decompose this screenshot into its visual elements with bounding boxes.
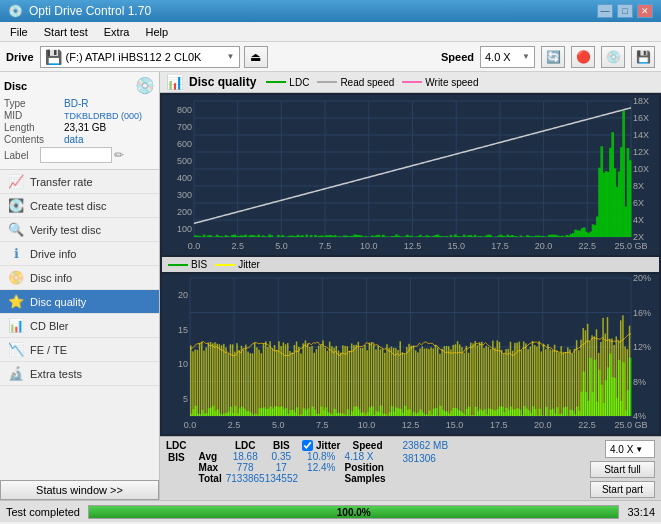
- status-text: Test completed: [6, 506, 80, 518]
- chart-title: Disc quality: [189, 75, 256, 89]
- read-speed-legend-dot: [317, 81, 337, 83]
- elapsed-time: 33:14: [627, 506, 655, 518]
- drive-dropdown[interactable]: 💾 (F:) ATAPI iHBS112 2 CL0K ▼: [40, 46, 240, 68]
- transfer-rate-label: Transfer rate: [30, 176, 93, 188]
- read-speed-legend-label: Read speed: [340, 77, 394, 88]
- label-input[interactable]: [40, 147, 112, 163]
- app-title: Opti Drive Control 1.70: [29, 4, 151, 18]
- label-label: Label: [4, 150, 40, 161]
- stats-bar: LDC BIS LDC BIS Jitter Speed: [160, 436, 661, 500]
- stats-speed-val: 4.0 X: [610, 444, 633, 455]
- disc-panel-title: Disc: [4, 80, 27, 92]
- stats-speed-dropdown[interactable]: 4.0 X ▼: [605, 440, 655, 458]
- stats-speed-arrow: ▼: [635, 445, 643, 454]
- jitter-max: 12.4%: [298, 462, 344, 473]
- ldc-col-header: LDC: [226, 440, 265, 451]
- sidebar-item-extra-tests[interactable]: 🔬 Extra tests: [0, 362, 159, 386]
- sidebar-item-drive-info[interactable]: ℹ Drive info: [0, 242, 159, 266]
- sidebar-item-disc-quality[interactable]: ⭐ Disc quality: [0, 290, 159, 314]
- max-row-label: Max: [195, 462, 226, 473]
- sidebar-item-verify-test-disc[interactable]: 🔍 Verify test disc: [0, 218, 159, 242]
- menu-file[interactable]: File: [4, 25, 34, 39]
- speed-dropdown[interactable]: 4.0 X ▼: [480, 46, 535, 68]
- top-chart: [162, 95, 659, 255]
- ldc-max: 778: [226, 462, 265, 473]
- jitter-checkbox[interactable]: [302, 440, 313, 451]
- fe-te-label: FE / TE: [30, 344, 67, 356]
- menu-help[interactable]: Help: [139, 25, 174, 39]
- stats-table: LDC BIS Jitter Speed Avg 18.68 0.35 10.8…: [195, 440, 391, 484]
- bis-avg: 0.35: [265, 451, 298, 462]
- jitter-legend-dot: [215, 264, 235, 266]
- chart-header-icon: 📊: [166, 74, 183, 90]
- ldc-total: 7133865: [226, 473, 265, 484]
- bis-header: BIS: [166, 452, 187, 463]
- speed-value: 4.0 X: [485, 51, 511, 63]
- extra-tests-icon: 🔬: [8, 366, 24, 381]
- contents-value: data: [64, 134, 83, 145]
- bottom-chart-canvas: [162, 274, 659, 434]
- progress-bar-container: Test completed 100.0% 33:14: [0, 500, 661, 522]
- sidebar-item-disc-info[interactable]: 📀 Disc info: [0, 266, 159, 290]
- right-stats: 23862 MB 381306: [403, 440, 449, 464]
- maximize-button[interactable]: □: [617, 4, 633, 18]
- burn-button[interactable]: 🔴: [571, 46, 595, 68]
- start-full-button[interactable]: Start full: [590, 461, 655, 478]
- chart-header: 📊 Disc quality LDC Read speed Write spee…: [160, 72, 661, 93]
- type-value: BD-R: [64, 98, 88, 109]
- speed-col-header: Speed: [344, 440, 390, 451]
- disc-panel-icon: 💿: [135, 76, 155, 95]
- drive-icon: 💾: [45, 49, 62, 65]
- bis-legend-label: BIS: [191, 259, 207, 270]
- cd-bler-label: CD Bler: [30, 320, 69, 332]
- sidebar-item-cd-bler[interactable]: 📊 CD Bler: [0, 314, 159, 338]
- mid-label: MID: [4, 110, 64, 121]
- jitter-col-header: Jitter: [316, 440, 340, 451]
- minimize-button[interactable]: —: [597, 4, 613, 18]
- create-test-disc-icon: 💽: [8, 198, 24, 213]
- title-bar: 💿 Opti Drive Control 1.70 — □ ✕: [0, 0, 661, 22]
- write-speed-legend-dot: [402, 81, 422, 83]
- sidebar-item-fe-te[interactable]: 📉 FE / TE: [0, 338, 159, 362]
- menu-start-test[interactable]: Start test: [38, 25, 94, 39]
- length-value: 23,31 GB: [64, 122, 106, 133]
- write-speed-legend-label: Write speed: [425, 77, 478, 88]
- close-button[interactable]: ✕: [637, 4, 653, 18]
- toolbar: Drive 💾 (F:) ATAPI iHBS112 2 CL0K ▼ ⏏ Sp…: [0, 42, 661, 72]
- position-label: Position: [344, 462, 383, 473]
- start-part-button[interactable]: Start part: [590, 481, 655, 498]
- type-label: Type: [4, 98, 64, 109]
- status-window-button[interactable]: Status window >>: [0, 480, 159, 500]
- bis-col-header: BIS: [265, 440, 298, 451]
- bis-legend-dot: [168, 264, 188, 266]
- samples-label: Samples: [344, 473, 385, 484]
- label-edit-icon[interactable]: ✏: [114, 148, 124, 162]
- refresh-button[interactable]: 🔄: [541, 46, 565, 68]
- sidebar-item-create-test-disc[interactable]: 💽 Create test disc: [0, 194, 159, 218]
- jitter-legend-label: Jitter: [238, 259, 260, 270]
- drive-label: Drive: [6, 51, 34, 63]
- disc-quality-label: Disc quality: [30, 296, 86, 308]
- right-panel: 4.0 X ▼ Start full Start part: [590, 440, 655, 498]
- sidebar-item-transfer-rate[interactable]: 📈 Transfer rate: [0, 170, 159, 194]
- disc-info-icon: 📀: [8, 270, 24, 285]
- disc-info-panel: Disc 💿 Type BD-R MID TDKBLDRBD (000) Len…: [0, 72, 159, 170]
- avg-row-label: Avg: [195, 451, 226, 462]
- verify-test-disc-label: Verify test disc: [30, 224, 101, 236]
- create-test-disc-label: Create test disc: [30, 200, 106, 212]
- transfer-rate-icon: 📈: [8, 174, 24, 189]
- ldc-avg: 18.68: [226, 451, 265, 462]
- disc-button[interactable]: 💿: [601, 46, 625, 68]
- top-chart-canvas: [162, 95, 659, 255]
- save-button[interactable]: 💾: [631, 46, 655, 68]
- ldc-legend-dot: [266, 81, 286, 83]
- drive-dropdown-arrow: ▼: [227, 52, 235, 61]
- drive-value: (F:) ATAPI iHBS112 2 CL0K: [66, 51, 202, 63]
- contents-label: Contents: [4, 134, 64, 145]
- cd-bler-icon: 📊: [8, 318, 24, 333]
- status-window-label: Status window >>: [36, 484, 123, 496]
- menu-extra[interactable]: Extra: [98, 25, 136, 39]
- bis-total: 134552: [265, 473, 298, 484]
- speed-val: 4.18 X: [344, 451, 390, 462]
- eject-button[interactable]: ⏏: [244, 46, 268, 68]
